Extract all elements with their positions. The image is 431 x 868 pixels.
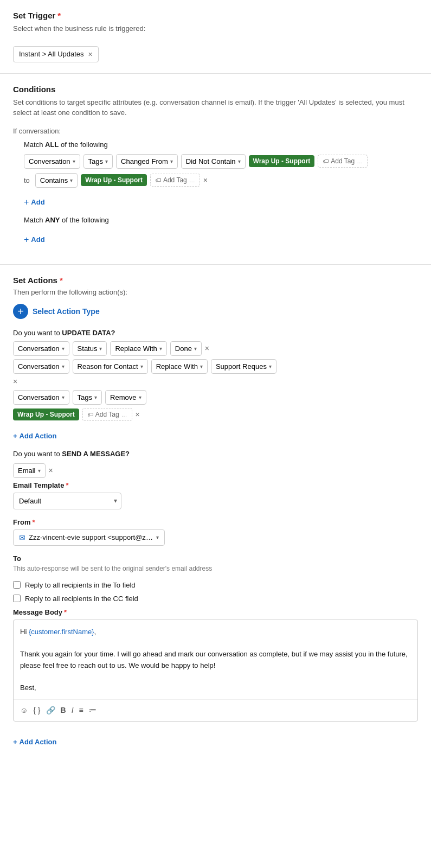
- did-not-contain-dropdown[interactable]: Did Not Contain ▾: [181, 154, 246, 169]
- emoji-icon[interactable]: ☺: [20, 704, 28, 716]
- chevron-icon-1: ▾: [73, 158, 75, 164]
- action-row-close-2[interactable]: ×: [13, 377, 17, 386]
- if-conversation-label: If conversation:: [13, 127, 418, 135]
- from-value[interactable]: ✉ Zzz-vincent-evie support <support@zzz-…: [13, 529, 165, 546]
- condition-row-1: Conversation ▾ Tags ▾ Changed From ▾ Did…: [24, 154, 418, 169]
- condition-row-close-1[interactable]: ×: [203, 176, 208, 184]
- to-section-desc: This auto-response will be sent to the o…: [13, 565, 418, 572]
- remove-dropdown[interactable]: Remove ▾: [105, 390, 146, 405]
- add-condition-any-button[interactable]: + Add: [24, 233, 45, 247]
- unordered-list-icon[interactable]: ≡: [79, 704, 83, 716]
- conditions-section: Conditions Set conditions to target spec…: [0, 74, 431, 264]
- match-any-section: Match ANY of the following + Add: [24, 216, 418, 247]
- email-tag-close[interactable]: ×: [49, 466, 53, 475]
- select-action-type-button[interactable]: + Select Action Type: [13, 304, 100, 319]
- add-tag-button-2[interactable]: 🏷 Add Tag …: [150, 174, 200, 187]
- link-icon[interactable]: 🔗: [46, 704, 55, 716]
- reply-cc-label: Reply to all recipients in the CC field: [25, 595, 138, 603]
- action-row-close-3[interactable]: ×: [136, 410, 140, 419]
- set-trigger-title: Set Trigger *: [13, 11, 418, 20]
- chevron-icon-a2: ▾: [99, 346, 102, 352]
- message-body-editor[interactable]: Hi {customer.firstName}, Thank you again…: [13, 620, 418, 722]
- changed-from-dropdown[interactable]: Changed From ▾: [116, 154, 178, 169]
- conversation-action-dropdown-1[interactable]: Conversation ▾: [13, 341, 69, 356]
- plus-icon-1: +: [24, 197, 29, 207]
- add-tag-button-action[interactable]: 🏷 Add Tag …: [82, 408, 132, 421]
- chevron-icon-a5: ▾: [62, 363, 65, 369]
- tags-dropdown-1[interactable]: Tags ▾: [83, 154, 113, 169]
- from-field-container: From * ✉ Zzz-vincent-evie support <suppo…: [13, 518, 418, 546]
- template-var-firstname: {customer.firstName}: [29, 628, 94, 636]
- circle-plus-icon: +: [13, 304, 28, 319]
- add-condition-all-button[interactable]: + Add: [24, 195, 45, 209]
- set-actions-title: Set Actions *: [13, 276, 418, 285]
- chevron-icon-a9: ▾: [62, 394, 65, 400]
- chevron-icon-a6: ▾: [140, 363, 143, 369]
- condition-row-2: to Contains ▾ Wrap Up - Support 🏷 Add Ta…: [24, 173, 418, 188]
- reply-to-checkbox-row: Reply to all recipients in the To field: [13, 581, 418, 589]
- match-all-section: Match ALL of the following Conversation …: [24, 141, 418, 209]
- message-body-line2: Thank you again for your time. I will go…: [20, 649, 411, 672]
- set-actions-section: Set Actions * Then perform the following…: [0, 265, 431, 767]
- status-dropdown[interactable]: Status ▾: [73, 341, 107, 356]
- replace-with-dropdown-1[interactable]: Replace With ▾: [110, 341, 166, 356]
- tags-action-dropdown[interactable]: Tags ▾: [73, 390, 102, 405]
- done-dropdown[interactable]: Done ▾: [170, 341, 202, 356]
- support-request-dropdown[interactable]: Support Reques ▾: [211, 359, 276, 374]
- email-template-select-wrapper[interactable]: Default: [13, 493, 121, 509]
- reason-for-contact-dropdown[interactable]: Reason for Contact ▾: [73, 359, 148, 374]
- tag-icon-1: 🏷: [323, 158, 329, 164]
- action-row-3: Conversation ▾ Tags ▾ Remove ▾: [13, 390, 418, 405]
- trigger-close-icon[interactable]: ×: [88, 50, 93, 59]
- reply-to-checkbox[interactable]: [13, 581, 21, 589]
- wrap-up-support-tag-action: Wrap Up - Support: [13, 409, 79, 420]
- chevron-icon-5: ▾: [70, 177, 73, 183]
- italic-icon[interactable]: I: [72, 704, 74, 716]
- email-template-field: Email Template * Default: [13, 481, 418, 509]
- contains-dropdown[interactable]: Contains ▾: [35, 173, 78, 188]
- plus-icon-2: +: [24, 235, 29, 245]
- reply-to-label: Reply to all recipients in the To field: [25, 581, 136, 589]
- set-trigger-section: Set Trigger * Select when the business r…: [0, 0, 431, 73]
- chevron-icon-a7: ▾: [200, 363, 203, 369]
- email-tag-row: Email ▾ ×: [13, 463, 418, 478]
- message-body-line3: Best,: [20, 682, 411, 694]
- add-action-button-1[interactable]: + Add Action: [13, 430, 56, 442]
- send-message-label: Do you want to SEND A MESSAGE?: [13, 450, 418, 458]
- action-row-3-tags: Wrap Up - Support 🏷 Add Tag … ×: [13, 408, 418, 421]
- chevron-icon-a1: ▾: [62, 346, 65, 352]
- chevron-icon-4: ▾: [238, 158, 241, 164]
- conditions-title: Conditions: [13, 85, 418, 94]
- update-data-group: Do you want to UPDATE DATA? Conversation…: [13, 329, 418, 442]
- update-data-label: Do you want to UPDATE DATA?: [13, 329, 418, 337]
- add-action-button-bottom[interactable]: + Add Action: [13, 736, 56, 748]
- conversation-dropdown-1[interactable]: Conversation ▾: [24, 154, 80, 169]
- tag-icon-action: 🏷: [87, 411, 93, 418]
- tag-icon-2: 🏷: [155, 177, 161, 183]
- ordered-list-icon[interactable]: ≔: [89, 704, 97, 716]
- reply-cc-checkbox-row: Reply to all recipients in the CC field: [13, 595, 418, 603]
- reply-cc-checkbox[interactable]: [13, 595, 21, 602]
- plus-icon-a2: +: [13, 738, 17, 746]
- email-template-label: Email Template *: [13, 481, 418, 489]
- email-template-select[interactable]: Default: [13, 493, 121, 509]
- from-label: From *: [13, 518, 418, 526]
- chevron-icon-a11: ▾: [139, 394, 141, 400]
- chevron-icon-a4: ▾: [194, 346, 197, 352]
- chevron-icon-email: ▾: [38, 468, 41, 474]
- required-star: *: [57, 11, 61, 20]
- conversation-action-dropdown-3[interactable]: Conversation ▾: [13, 390, 69, 405]
- actions-description: Then perform the following action(s):: [13, 288, 418, 296]
- email-dropdown[interactable]: Email ▾: [13, 463, 46, 478]
- plus-icon-a1: +: [13, 432, 17, 440]
- match-any-label: Match ANY of the following: [24, 216, 418, 224]
- code-icon[interactable]: { }: [33, 704, 40, 716]
- to-field-container: To This auto-response will be sent to th…: [13, 554, 418, 572]
- trigger-value-tag[interactable]: Instant > All Updates ×: [13, 46, 99, 62]
- add-tag-button-1[interactable]: 🏷 Add Tag …: [318, 155, 368, 168]
- action-row-close-1[interactable]: ×: [205, 344, 209, 353]
- wrap-up-support-tag-1: Wrap Up - Support: [249, 155, 315, 167]
- bold-icon[interactable]: B: [61, 704, 66, 716]
- conversation-action-dropdown-2[interactable]: Conversation ▾: [13, 359, 69, 374]
- replace-with-dropdown-2[interactable]: Replace With ▾: [151, 359, 208, 374]
